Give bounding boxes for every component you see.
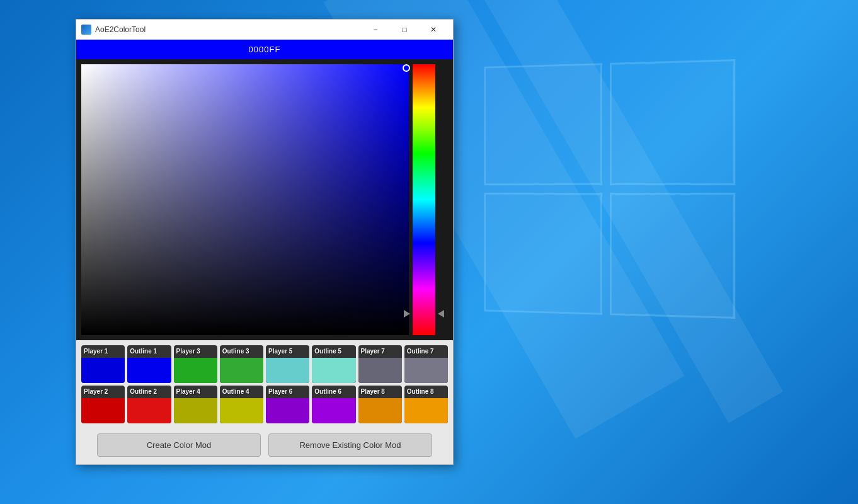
windows-logo: [480, 63, 732, 315]
color-btn-label-player7: Player 7: [361, 348, 385, 355]
maximize-button[interactable]: □: [390, 20, 419, 40]
color-btn-label-outline5: Outline 5: [314, 348, 341, 355]
color-btn-swatch-outline1: [127, 358, 171, 383]
color-btn-label-player2: Player 2: [84, 388, 108, 395]
color-btn-outline8[interactable]: Outline 8: [404, 386, 448, 423]
minimize-button[interactable]: −: [361, 20, 390, 40]
color-btn-outline2[interactable]: Outline 2: [127, 386, 171, 423]
color-btn-player3[interactable]: Player 3: [174, 345, 217, 383]
win-logo-pane-tl: [484, 63, 602, 185]
create-color-mod-button[interactable]: Create Color Mod: [97, 433, 261, 457]
color-btn-swatch-outline8: [404, 398, 448, 423]
color-btn-outline3[interactable]: Outline 3: [220, 345, 263, 383]
color-btn-label-player6: Player 6: [268, 388, 292, 395]
color-btn-swatch-player7: [358, 358, 402, 383]
hue-thumb-left: [404, 310, 410, 318]
color-btn-label-player8: Player 8: [361, 388, 385, 395]
app-window: AoE2ColorTool − □ ✕ 0000FF Player 1Outli…: [76, 19, 454, 465]
color-btn-label-outline7: Outline 7: [407, 348, 434, 355]
color-btn-player1[interactable]: Player 1: [81, 345, 125, 383]
color-btn-swatch-outline7: [404, 358, 448, 383]
win-logo-pane-br: [610, 193, 735, 319]
black-gradient-layer: [81, 64, 409, 335]
color-btn-label-outline8: Outline 8: [407, 388, 434, 395]
color-btn-label-player5: Player 5: [268, 348, 292, 355]
remove-color-mod-button[interactable]: Remove Existing Color Mod: [268, 433, 432, 457]
color-hex-value: 0000FF: [249, 45, 281, 54]
app-icon: [81, 25, 91, 35]
color-btn-player5[interactable]: Player 5: [266, 345, 309, 383]
color-btn-player4[interactable]: Player 4: [174, 386, 217, 423]
color-btn-swatch-player3: [174, 358, 217, 383]
color-btn-label-outline4: Outline 4: [222, 388, 249, 395]
color-btn-outline5[interactable]: Outline 5: [312, 345, 355, 383]
hue-slider-container: [413, 64, 435, 335]
hue-thumb-right: [438, 310, 444, 318]
color-btn-label-outline3: Outline 3: [222, 348, 249, 355]
color-btn-swatch-player6: [266, 398, 309, 423]
color-btn-label-outline1: Outline 1: [130, 348, 157, 355]
color-btn-outline4[interactable]: Outline 4: [220, 386, 263, 423]
color-btn-label-player3: Player 3: [176, 348, 200, 355]
title-bar: AoE2ColorTool − □ ✕: [76, 20, 453, 40]
close-button[interactable]: ✕: [419, 20, 448, 40]
color-btn-swatch-player8: [358, 398, 402, 423]
win-logo-pane-bl: [484, 193, 602, 315]
color-btn-player6[interactable]: Player 6: [266, 386, 309, 423]
color-btn-label-player4: Player 4: [176, 388, 200, 395]
color-btn-swatch-player1: [81, 358, 125, 383]
color-btn-outline6[interactable]: Outline 6: [312, 386, 355, 423]
color-btn-swatch-player4: [174, 398, 217, 423]
color-btn-label-player1: Player 1: [84, 348, 108, 355]
color-btn-player2[interactable]: Player 2: [81, 386, 125, 423]
color-btn-swatch-player2: [81, 398, 125, 423]
color-preview-bar: 0000FF: [76, 40, 453, 59]
color-btn-label-outline2: Outline 2: [130, 388, 157, 395]
picker-area: [76, 59, 453, 340]
saturation-brightness-square[interactable]: [81, 64, 409, 335]
hue-slider-track[interactable]: [413, 64, 435, 335]
color-btn-swatch-outline3: [220, 358, 263, 383]
color-btn-player7[interactable]: Player 7: [358, 345, 402, 383]
color-btn-swatch-outline5: [312, 358, 355, 383]
color-btn-outline1[interactable]: Outline 1: [127, 345, 171, 383]
win-logo-pane-tr: [610, 59, 735, 185]
color-btn-swatch-outline4: [220, 398, 263, 423]
color-btn-swatch-player5: [266, 358, 309, 383]
window-title: AoE2ColorTool: [95, 25, 361, 34]
color-buttons-section: Player 1Outline 1Player 3Outline 3Player…: [76, 340, 453, 428]
action-buttons: Create Color Mod Remove Existing Color M…: [76, 428, 453, 464]
color-btn-outline7[interactable]: Outline 7: [404, 345, 448, 383]
color-btn-label-outline6: Outline 6: [314, 388, 341, 395]
color-btn-swatch-outline6: [312, 398, 355, 423]
color-btn-player8[interactable]: Player 8: [358, 386, 402, 423]
window-controls: − □ ✕: [361, 20, 448, 40]
color-btn-swatch-outline2: [127, 398, 171, 423]
